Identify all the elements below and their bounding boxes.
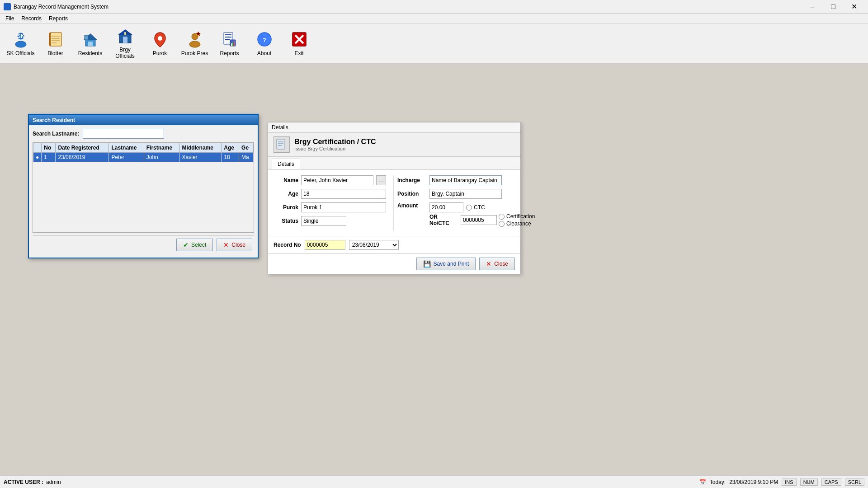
- details-panel: Details Brgy Certification / CTC Issue B…: [268, 122, 521, 274]
- about-label: About: [257, 50, 271, 56]
- reports-icon: [221, 30, 239, 48]
- menu-file[interactable]: File: [2, 14, 18, 23]
- position-label: Position: [397, 191, 427, 197]
- radio-certification[interactable]: [499, 214, 505, 220]
- col-lastname: Lastname: [109, 143, 144, 153]
- browse-button[interactable]: ...: [376, 175, 386, 185]
- record-no-input[interactable]: [305, 240, 345, 250]
- amount-input[interactable]: [429, 202, 463, 212]
- blotter-icon: [47, 30, 65, 48]
- scrl-indicator: SCRL: [845, 479, 864, 486]
- check-icon: ✔: [183, 241, 189, 249]
- search-window-title: Search Resident: [29, 115, 258, 125]
- or-no-label: OR No/CTC: [429, 214, 459, 226]
- col-no: No: [42, 143, 56, 153]
- sk-officials-button[interactable]: SK SK Officials: [4, 25, 38, 61]
- col-indicator: [33, 143, 42, 153]
- tab-details[interactable]: Details: [272, 159, 300, 169]
- radio-ctc-label: CTC: [474, 204, 485, 211]
- radio-clearance-label: Clearance: [506, 221, 531, 227]
- save-print-label: Save and Print: [434, 261, 469, 267]
- purok-label: Purok: [274, 204, 298, 211]
- svg-point-1: [15, 41, 26, 47]
- row-age: 18: [222, 153, 239, 162]
- row-middlename: Xavier: [179, 153, 222, 162]
- calendar-icon: 📅: [699, 479, 706, 485]
- svg-rect-24: [225, 39, 230, 40]
- about-button[interactable]: ? About: [247, 25, 281, 61]
- table-row[interactable]: ● 1 23/08/2019 Peter John Xavier 18 Ma: [33, 153, 254, 162]
- details-close-button[interactable]: ✕ Close: [479, 258, 515, 270]
- purok-button[interactable]: Purok: [143, 25, 177, 61]
- status-bar: ACTIVE USER : admin 📅 Today: 23/08/2019 …: [0, 475, 868, 488]
- reports-button[interactable]: Reports: [212, 25, 246, 61]
- or-input[interactable]: [461, 215, 497, 225]
- minimize-button[interactable]: –: [802, 0, 823, 14]
- svg-point-18: [189, 41, 200, 47]
- status-label: Status: [274, 218, 298, 224]
- svg-rect-26: [231, 43, 232, 46]
- position-input[interactable]: [429, 189, 502, 199]
- maximize-button[interactable]: □: [823, 0, 844, 14]
- active-user-label: ACTIVE USER :: [4, 479, 43, 485]
- save-print-button[interactable]: 💾 Save and Print: [416, 258, 476, 270]
- radio-clearance[interactable]: [499, 221, 505, 227]
- x-icon-details: ✕: [486, 260, 491, 267]
- col-middlename: Middlename: [179, 143, 222, 153]
- exit-label: Exit: [294, 50, 303, 56]
- brgy-officials-icon: [116, 28, 134, 45]
- radio-ctc[interactable]: [466, 205, 472, 211]
- name-input[interactable]: [301, 175, 373, 185]
- record-date-select[interactable]: 23/08/2019: [349, 240, 399, 250]
- incharge-input[interactable]: [429, 175, 502, 185]
- search-close-button[interactable]: ✕ Close: [217, 239, 252, 251]
- purok-label: Purok: [153, 50, 167, 56]
- close-button[interactable]: ✕: [844, 0, 864, 14]
- search-resident-window: Search Resident Search Lastname: No Date…: [28, 114, 259, 258]
- residents-button[interactable]: Residents: [73, 25, 107, 61]
- menu-records[interactable]: Records: [18, 14, 45, 23]
- status-input[interactable]: [301, 216, 346, 226]
- svg-point-16: [158, 36, 162, 41]
- col-gender: Ge: [239, 143, 254, 153]
- details-title: Brgy Certification / CTC: [294, 138, 376, 146]
- svg-rect-10: [88, 42, 93, 46]
- active-user-value: admin: [46, 479, 61, 485]
- svg-rect-28: [234, 41, 235, 46]
- menu-reports[interactable]: Reports: [45, 14, 71, 23]
- app-icon: [4, 3, 11, 10]
- row-no: 1: [42, 153, 56, 162]
- details-close-label: Close: [494, 261, 508, 267]
- details-tabs: Details: [268, 157, 520, 170]
- radio-group-2: Certification Clearance: [499, 213, 535, 227]
- search-lastname-label: Search Lastname:: [33, 131, 79, 137]
- svg-rect-34: [277, 139, 285, 149]
- brgy-officials-button[interactable]: Brgy Officials: [108, 25, 142, 61]
- svg-text:SK: SK: [17, 33, 24, 39]
- select-button[interactable]: ✔ Select: [176, 239, 213, 251]
- incharge-label: Incharge: [397, 177, 427, 183]
- amount-label: Amount: [397, 202, 427, 209]
- resident-table-container[interactable]: No Date Registered Lastname Firstname Mi…: [33, 142, 254, 233]
- row-lastname: Peter: [109, 153, 144, 162]
- record-no-label: Record No: [274, 242, 301, 248]
- purok-pres-label: Purok Pres: [181, 50, 208, 56]
- purok-pres-button[interactable]: ★ Purok Pres: [178, 25, 212, 61]
- brgy-officials-label: Brgy Officials: [110, 47, 140, 59]
- record-footer: Record No 23/08/2019: [268, 236, 520, 253]
- radio-certification-label: Certification: [506, 213, 535, 220]
- svg-rect-3: [50, 33, 61, 46]
- purok-input[interactable]: [301, 202, 386, 212]
- exit-button[interactable]: Exit: [282, 25, 316, 61]
- row-indicator: ●: [33, 153, 42, 162]
- sk-officials-label: SK Officials: [7, 50, 35, 56]
- residents-label: Residents: [78, 50, 102, 56]
- search-lastname-input[interactable]: [83, 129, 164, 139]
- blotter-button[interactable]: Blotter: [38, 25, 72, 61]
- x-icon-search: ✕: [223, 241, 229, 249]
- age-input[interactable]: [301, 189, 386, 199]
- svg-rect-27: [232, 42, 233, 46]
- ins-indicator: INS: [782, 479, 796, 486]
- svg-text:?: ?: [263, 37, 266, 43]
- details-subtitle: Issue Brgy Certification: [294, 146, 376, 151]
